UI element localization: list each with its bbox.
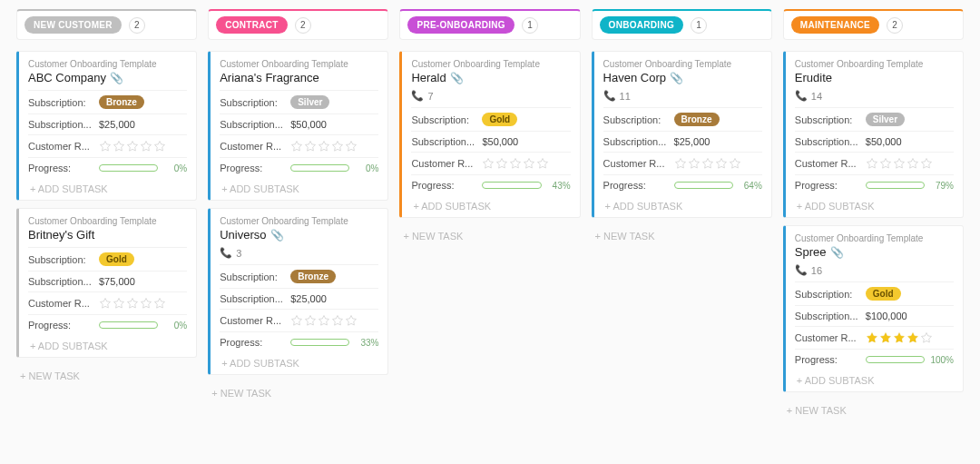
new-task-button[interactable]: + NEW TASK xyxy=(16,365,197,387)
amount-value: $100,000 xyxy=(866,311,907,321)
subscription-label: Subscription: xyxy=(28,97,93,108)
add-subtask-button[interactable]: + ADD SUBTASK xyxy=(220,178,378,196)
new-task-button[interactable]: + NEW TASK xyxy=(783,400,964,421)
task-card[interactable]: Customer Onboarding Template Haven Corp … xyxy=(592,51,772,218)
amount-value: $25,000 xyxy=(290,293,327,304)
subscription-label: Subscription: xyxy=(411,114,476,125)
rating-row: Customer R... xyxy=(795,326,954,349)
progress-bar[interactable] xyxy=(290,164,349,172)
rating-label: Customer R... xyxy=(795,332,860,343)
star-rating[interactable] xyxy=(482,157,549,170)
star-icon xyxy=(495,157,508,170)
template-label: Customer Onboarding Template xyxy=(220,216,378,226)
amount-value: $25,000 xyxy=(99,119,135,130)
task-card[interactable]: Customer Onboarding Template Herald 📎 📞 … xyxy=(399,51,580,218)
add-subtask-button[interactable]: + ADD SUBTASK xyxy=(220,352,378,370)
add-subtask-button[interactable]: + ADD SUBTASK xyxy=(411,195,570,213)
star-icon xyxy=(113,140,125,153)
star-rating[interactable] xyxy=(674,157,741,170)
star-icon xyxy=(920,157,933,170)
amount-label: Subscription... xyxy=(603,136,669,147)
star-rating[interactable] xyxy=(866,157,933,170)
star-icon xyxy=(879,331,892,344)
add-subtask-button[interactable]: + ADD SUBTASK xyxy=(795,370,954,388)
new-task-button[interactable]: + NEW TASK xyxy=(592,225,772,247)
task-card[interactable]: Customer Onboarding Template Erudite 📞 1… xyxy=(783,51,964,218)
amount-value: $50,000 xyxy=(290,119,327,130)
progress-bar[interactable] xyxy=(482,182,541,189)
tier-badge: Bronze xyxy=(674,113,720,126)
star-icon xyxy=(536,157,549,170)
add-subtask-button[interactable]: + ADD SUBTASK xyxy=(795,195,954,213)
star-icon xyxy=(509,157,522,170)
star-rating[interactable] xyxy=(290,314,358,327)
star-rating[interactable] xyxy=(290,140,358,153)
subscription-row: Subscription: Gold xyxy=(411,107,570,131)
task-card[interactable]: Customer Onboarding Template Universo 📎 … xyxy=(208,208,388,375)
progress-bar[interactable] xyxy=(99,164,158,172)
tier-badge: Bronze xyxy=(99,95,144,109)
amount-label: Subscription... xyxy=(220,119,285,130)
progress-label: Progress: xyxy=(220,163,285,173)
column-header[interactable]: PRE-ONBOARDING 1 xyxy=(399,9,580,40)
star-rating[interactable] xyxy=(99,297,166,310)
column-title-pill: NEW CUSTOMER xyxy=(24,16,122,34)
star-icon xyxy=(729,157,741,170)
subscription-label: Subscription: xyxy=(603,114,669,125)
card-title: ABC Company 📎 xyxy=(28,71,187,84)
subscription-row: Subscription: Silver xyxy=(220,90,378,114)
phone-row: 📞 7 xyxy=(411,90,570,102)
star-rating[interactable] xyxy=(99,140,166,153)
amount-row: Subscription... $25,000 xyxy=(28,114,187,134)
star-icon xyxy=(318,140,330,153)
add-subtask-button[interactable]: + ADD SUBTASK xyxy=(28,335,187,353)
rating-row: Customer R... xyxy=(603,152,762,174)
progress-row: Progress: 0% xyxy=(28,314,187,335)
star-icon xyxy=(318,314,330,327)
add-subtask-button[interactable]: + ADD SUBTASK xyxy=(603,195,762,213)
column-header[interactable]: ONBOARDING 1 xyxy=(592,9,772,40)
tier-badge: Gold xyxy=(866,287,901,301)
amount-label: Subscription... xyxy=(28,119,93,130)
phone-count: 14 xyxy=(811,91,822,102)
progress-bar[interactable] xyxy=(99,321,158,329)
add-subtask-button[interactable]: + ADD SUBTASK xyxy=(28,178,187,196)
rating-label: Customer R... xyxy=(220,141,285,152)
star-rating[interactable] xyxy=(866,331,933,344)
column-header[interactable]: MAINTENANCE 2 xyxy=(783,9,964,40)
task-card[interactable]: Customer Onboarding Template Britney's G… xyxy=(16,208,197,358)
task-card[interactable]: Customer Onboarding Template Spree 📎 📞 1… xyxy=(783,225,964,392)
rating-row: Customer R... xyxy=(220,134,378,157)
star-icon xyxy=(906,157,919,170)
star-icon xyxy=(893,331,906,344)
rating-label: Customer R... xyxy=(28,141,93,152)
column-header[interactable]: CONTRACT 2 xyxy=(208,9,388,40)
column-count: 2 xyxy=(887,17,903,34)
phone-icon: 📞 xyxy=(411,90,424,102)
star-icon xyxy=(879,157,892,170)
star-icon xyxy=(290,314,303,327)
star-icon xyxy=(345,314,358,327)
task-card[interactable]: Customer Onboarding Template ABC Company… xyxy=(16,51,197,201)
new-task-button[interactable]: + NEW TASK xyxy=(208,382,388,404)
progress-row: Progress: 0% xyxy=(220,157,378,178)
progress-bar[interactable] xyxy=(866,182,925,189)
new-task-button[interactable]: + NEW TASK xyxy=(399,225,580,247)
star-icon xyxy=(674,157,687,170)
task-card[interactable]: Customer Onboarding Template Ariana's Fr… xyxy=(208,51,388,201)
column-header[interactable]: NEW CUSTOMER 2 xyxy=(16,9,197,40)
progress-label: Progress: xyxy=(795,354,860,365)
progress-percent: 43% xyxy=(547,181,571,191)
progress-bar[interactable] xyxy=(866,356,925,363)
amount-label: Subscription... xyxy=(28,276,93,287)
attachment-icon: 📎 xyxy=(830,246,844,259)
progress-row: Progress: 79% xyxy=(795,174,954,195)
progress-bar[interactable] xyxy=(674,182,733,189)
rating-label: Customer R... xyxy=(220,315,285,326)
template-label: Customer Onboarding Template xyxy=(795,233,954,243)
rating-label: Customer R... xyxy=(411,158,476,169)
card-title: Herald 📎 xyxy=(411,71,570,84)
progress-percent: 33% xyxy=(355,338,378,348)
progress-bar[interactable] xyxy=(290,339,349,346)
phone-count: 16 xyxy=(811,265,822,276)
